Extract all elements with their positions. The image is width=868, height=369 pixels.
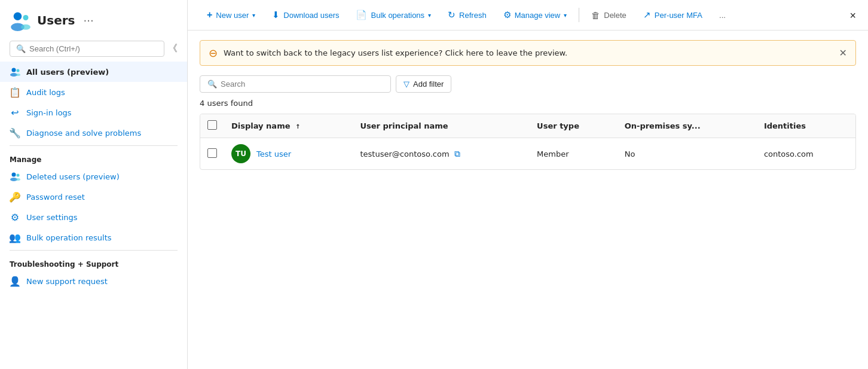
all-users-icon [10, 66, 20, 77]
identities-value: contoso.com [764, 150, 814, 158]
user-type-value: Member [537, 150, 569, 158]
header-user-type[interactable]: User type [530, 114, 618, 138]
title-ellipsis[interactable]: ··· [83, 14, 93, 27]
sidebar-nav: All users (preview) 📋 Audit logs ↩ Sign-… [0, 62, 187, 369]
per-user-mfa-label: Per-user MFA [655, 11, 702, 20]
sidebar-label-user-settings: User settings [26, 213, 78, 222]
header-identities[interactable]: Identities [757, 114, 855, 138]
svg-point-4 [12, 68, 16, 72]
search-filter-row: 🔍 ▽ Add filter [200, 75, 856, 93]
manage-view-chevron: ▾ [564, 12, 567, 19]
svg-point-11 [16, 178, 20, 181]
close-button[interactable]: × [849, 10, 856, 22]
header-on-premises[interactable]: On-premises sy... [618, 114, 757, 138]
sidebar-item-password-reset[interactable]: 🔑 Password reset [0, 187, 187, 207]
header-checkbox-col [200, 114, 224, 138]
support-divider [10, 250, 178, 251]
search-box[interactable]: 🔍 [200, 75, 391, 93]
collapse-icon[interactable]: 《 [168, 42, 178, 55]
delete-icon: 🗑 [591, 10, 600, 20]
download-users-label: Download users [283, 11, 339, 20]
content-area: ⊖ Want to switch back to the legacy user… [188, 31, 868, 369]
search-input[interactable] [221, 80, 383, 89]
gear-icon: ⚙ [503, 10, 511, 20]
svg-point-6 [17, 69, 20, 72]
sidebar-item-deleted-users[interactable]: Deleted users (preview) [0, 166, 187, 187]
sidebar-item-all-users[interactable]: All users (preview) [0, 62, 187, 82]
new-user-label: New user [216, 11, 249, 20]
sidebar-item-sign-in-logs[interactable]: ↩ Sign-in logs [0, 102, 187, 123]
refresh-icon: ↻ [448, 10, 456, 20]
manage-view-button[interactable]: ⚙ Manage view ▾ [496, 6, 574, 24]
sidebar-label-audit-logs: Audit logs [26, 88, 65, 97]
audit-logs-icon: 📋 [10, 87, 20, 97]
row-checkbox-cell [200, 138, 224, 170]
sidebar-label-deleted-users: Deleted users (preview) [26, 172, 120, 181]
main-content: + New user ▾ ⬇ Download users 📄 Bulk ope… [188, 0, 868, 369]
per-user-mfa-button[interactable]: ↗ Per-user MFA [636, 6, 710, 24]
diagnose-icon: 🔧 [10, 127, 20, 138]
new-user-button[interactable]: + New user ▾ [200, 6, 262, 24]
new-user-chevron: ▾ [252, 12, 255, 19]
upn-cell: testuser@contoso.com ⧉ [353, 138, 530, 170]
more-icon: ... [719, 11, 726, 20]
settings-icon: ⚙ [10, 212, 20, 222]
users-table-wrap: Display name ↑ User principal name User … [200, 114, 856, 170]
select-all-checkbox[interactable] [207, 120, 217, 130]
sidebar-item-diagnose[interactable]: 🔧 Diagnose and solve problems [0, 123, 187, 143]
more-button[interactable]: ... [712, 7, 733, 23]
sidebar-search-box[interactable]: 🔍 [10, 41, 164, 57]
sidebar-item-user-settings[interactable]: ⚙ User settings [0, 207, 187, 227]
search-icon: 🔍 [16, 44, 26, 53]
toolbar: + New user ▾ ⬇ Download users 📄 Bulk ope… [188, 0, 868, 31]
sidebar-item-audit-logs[interactable]: 📋 Audit logs [0, 82, 187, 102]
row-checkbox[interactable] [207, 148, 217, 158]
bulk-operations-button[interactable]: 📄 Bulk operations ▾ [349, 6, 438, 24]
notice-close-button[interactable]: ✕ [839, 47, 847, 59]
sort-asc-icon: ↑ [295, 123, 300, 130]
on-prem-value: No [625, 150, 635, 158]
add-filter-label: Add filter [413, 80, 444, 89]
download-icon: ⬇ [272, 10, 280, 20]
add-filter-button[interactable]: ▽ Add filter [396, 75, 451, 93]
notice-bar: ⊖ Want to switch back to the legacy user… [200, 40, 856, 66]
sign-in-icon: ↩ [10, 107, 20, 118]
user-name-link[interactable]: Test user [256, 150, 291, 158]
header-upn[interactable]: User principal name [353, 114, 530, 138]
refresh-button[interactable]: ↻ Refresh [441, 6, 494, 24]
filter-icon: ▽ [404, 80, 409, 89]
manage-section-label: Manage [0, 148, 187, 166]
users-icon [10, 10, 31, 31]
svg-point-8 [12, 173, 16, 177]
on-prem-cell: No [618, 138, 757, 170]
sidebar-label-new-support: New support request [26, 277, 108, 286]
sidebar-header: Users ··· [0, 0, 187, 36]
notice-icon: ⊖ [209, 47, 218, 59]
sidebar-item-bulk-results[interactable]: 👥 Bulk operation results [0, 227, 187, 248]
svg-point-2 [23, 15, 29, 20]
copy-icon[interactable]: ⧉ [454, 149, 460, 158]
identities-cell: contoso.com [757, 138, 855, 170]
password-icon: 🔑 [10, 191, 20, 202]
sidebar-label-bulk-results: Bulk operation results [26, 233, 112, 242]
refresh-label: Refresh [459, 11, 487, 20]
manage-divider [10, 145, 178, 146]
mfa-icon: ↗ [643, 10, 651, 20]
results-count: 4 users found [200, 99, 856, 108]
user-type-cell: Member [530, 138, 618, 170]
svg-point-3 [21, 25, 30, 30]
bulk-operations-label: Bulk operations [371, 11, 424, 20]
bulk-icon: 📄 [356, 10, 367, 20]
sidebar-search-input[interactable] [29, 44, 158, 53]
manage-view-label: Manage view [515, 11, 561, 20]
download-users-button[interactable]: ⬇ Download users [265, 6, 346, 24]
delete-button[interactable]: 🗑 Delete [584, 7, 634, 24]
deleted-users-icon [10, 171, 20, 182]
user-name-wrapper: TU Test user [231, 144, 346, 163]
sidebar-item-new-support[interactable]: 👤 New support request [0, 271, 187, 291]
svg-point-10 [17, 174, 20, 177]
header-display-name[interactable]: Display name ↑ [224, 114, 353, 138]
sidebar-label-password-reset: Password reset [26, 193, 85, 202]
sidebar-search-row: 🔍 《 [0, 36, 187, 62]
notice-text: Want to switch back to the legacy users … [224, 48, 833, 57]
